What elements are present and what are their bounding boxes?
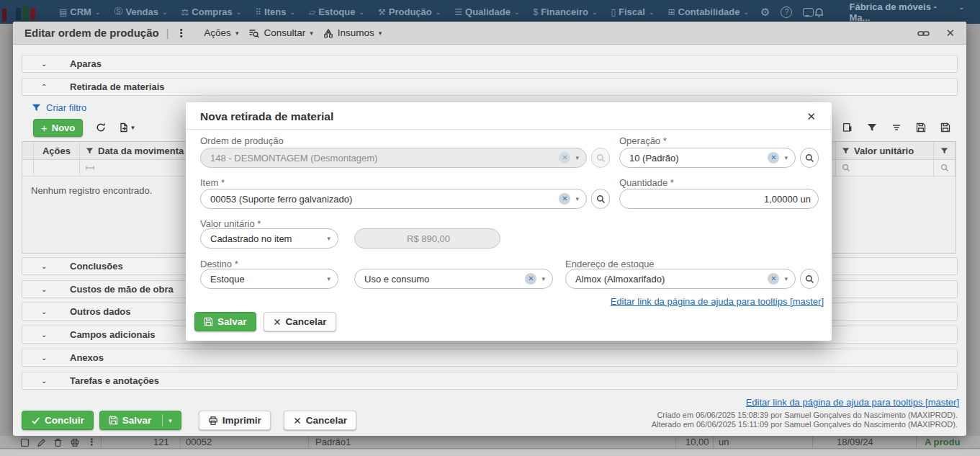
sales-icon: Ⓢ: [114, 6, 123, 18]
chevron-down-icon[interactable]: ▾: [541, 275, 545, 282]
chevron-down-icon[interactable]: ▾: [784, 275, 788, 282]
menu-crm[interactable]: ▤CRM⌄: [59, 6, 101, 17]
filter-rows-icon[interactable]: [891, 122, 902, 133]
concluir-button[interactable]: Concluir: [22, 411, 94, 430]
quantidade-label: Quantidade *: [619, 177, 674, 188]
destino-select[interactable]: Estoque ▾: [200, 269, 338, 289]
chevron-down-icon: ⌄: [743, 9, 749, 16]
search-icon: [805, 153, 814, 163]
section-tarefas-anotacoes[interactable]: ⌄ Tarefas e anotações: [22, 372, 958, 390]
header-acoes[interactable]: Ações: [34, 142, 80, 159]
section-retirada-de-materiais[interactable]: ⌃ Retirada de materiais: [22, 78, 958, 96]
operacao-search-button[interactable]: [800, 148, 819, 168]
notifications-bell-icon[interactable]: [814, 6, 824, 18]
consultar-menu-button[interactable]: Consultar▾: [248, 27, 313, 38]
header-valor-unitario[interactable]: Valor unitário: [836, 142, 934, 159]
background-table-row: ⋮ 121 00052 Padrão1 10,00 un 18/09/24 A …: [0, 436, 980, 449]
row-checkbox-icon[interactable]: [20, 437, 30, 447]
item-label: Item *: [200, 177, 225, 188]
account-label: Fábrica de móveis - Ma...: [849, 1, 953, 23]
new-record-button[interactable]: + Novo: [33, 119, 83, 137]
clear-x-icon[interactable]: ✕: [559, 152, 570, 164]
valor-unitario-input: R$ 890,00: [354, 228, 500, 249]
quantidade-input[interactable]: 1,00000 un: [619, 189, 819, 209]
column-chooser-icon[interactable]: [842, 122, 853, 133]
operacao-combo[interactable]: 10 (Padrão) ✕ ▾: [619, 148, 796, 168]
window-close-icon[interactable]: ✕: [945, 27, 955, 40]
imprimir-button[interactable]: Imprimir: [199, 411, 271, 430]
acoes-menu-button[interactable]: Ações▾: [204, 27, 238, 38]
item-search-button[interactable]: [591, 189, 610, 209]
chevron-down-icon: ▾: [379, 30, 382, 37]
chat-icon[interactable]: [803, 8, 814, 17]
more-dots-icon[interactable]: ⋮: [176, 27, 186, 40]
header-next-column[interactable]: [934, 142, 956, 159]
refresh-icon[interactable]: [96, 122, 106, 133]
insumos-menu-button[interactable]: Insumos▾: [323, 27, 382, 38]
clear-x-icon[interactable]: ✕: [768, 152, 779, 164]
chevron-down-icon: ⌄: [95, 9, 101, 16]
modal-cancelar-button[interactable]: Cancelar: [264, 312, 336, 331]
chevron-down-icon: ▾: [131, 124, 135, 131]
ordem-producao-combo: 148 - DESMONTAGEM (Desmontagem) ✕ ▾: [200, 148, 587, 168]
salvar-dropdown-caret[interactable]: ▾: [162, 414, 172, 426]
restore-layout-icon[interactable]: [940, 122, 950, 133]
section-anexos[interactable]: ⌄ Anexos: [22, 349, 958, 367]
copy-link-icon[interactable]: [917, 27, 930, 38]
menu-qualidade[interactable]: ☰Qualidade⌄: [454, 6, 519, 17]
section-aparas[interactable]: ⌄ Aparas: [22, 55, 958, 73]
modal-edit-help-link[interactable]: Editar link da página de ajuda para tool…: [611, 296, 824, 307]
horizontal-scrollbar[interactable]: [0, 449, 980, 456]
menu-estoque[interactable]: ▱Estoque⌄: [309, 6, 364, 17]
account-menu[interactable]: Fábrica de móveis - Ma... ⌄: [849, 1, 964, 23]
chevron-down-icon[interactable]: ▾: [327, 275, 331, 282]
search-icon: [596, 153, 606, 163]
clear-x-icon[interactable]: ✕: [559, 193, 570, 205]
save-layout-icon[interactable]: [916, 122, 926, 133]
chevron-down-icon: ⌄: [41, 60, 50, 68]
screen: ▤CRM⌄ ⓈVendas⌄ ⚖Compras⌄ ⠿Itens⌄ ▱Estoqu…: [0, 0, 980, 456]
purchases-icon: ⚖: [181, 7, 189, 17]
filter-valor-cell[interactable]: [836, 160, 934, 176]
finance-icon: $: [533, 7, 538, 17]
edit-pencil-icon[interactable]: [37, 437, 46, 447]
chevron-down-icon[interactable]: ▾: [327, 235, 331, 242]
menu-financeiro[interactable]: $Financeiro⌄: [533, 6, 597, 17]
help-icon[interactable]: ?: [781, 6, 792, 18]
menu-compras[interactable]: ⚖Compras⌄: [181, 6, 242, 17]
chevron-down-icon[interactable]: ▾: [784, 154, 788, 161]
menu-itens[interactable]: ⠿Itens⌄: [255, 6, 295, 17]
export-icon[interactable]: ▾: [119, 122, 135, 133]
chevron-down-icon: ⌄: [41, 262, 50, 270]
destino-tipo-combo[interactable]: Uso e consumo ✕ ▾: [354, 269, 553, 289]
filter-next-cell[interactable]: [934, 160, 956, 176]
gear-icon[interactable]: ⚙: [760, 6, 770, 19]
print-icon[interactable]: [70, 437, 80, 447]
chevron-down-icon[interactable]: ▾: [575, 195, 579, 202]
clear-x-icon[interactable]: ✕: [768, 273, 779, 285]
menu-contabilidade[interactable]: ⊞Contabilidade⌄: [667, 6, 749, 17]
endereco-search-button[interactable]: [800, 269, 819, 289]
menu-fiscal[interactable]: ▯Fiscal⌄: [611, 6, 654, 17]
created-info: Criado em 06/06/2025 15:08:39 por Samuel…: [652, 411, 958, 420]
valor-unitario-select[interactable]: Cadastrado no item ▾: [200, 228, 338, 249]
more-dots-icon[interactable]: ⋮: [87, 437, 96, 447]
filter-funnel-icon[interactable]: [867, 122, 877, 133]
cancelar-button[interactable]: Cancelar: [284, 411, 356, 430]
edit-help-link[interactable]: Editar link da página de ajuda para tool…: [746, 397, 959, 408]
ordem-producao-label: Ordem de produção: [200, 135, 284, 146]
chevron-down-icon[interactable]: ▾: [575, 154, 579, 161]
item-combo[interactable]: 00053 (Suporte ferro galvanizado) ✕ ▾: [200, 189, 587, 209]
grid-settings-toolbar: |: [825, 121, 950, 133]
salvar-split-button[interactable]: Salvar ▾: [99, 411, 181, 430]
chevron-down-icon: ⌄: [514, 9, 520, 16]
endereco-estoque-combo[interactable]: Almox (Almoxarifado) ✕ ▾: [565, 269, 796, 289]
create-filter-button[interactable]: Criar filtro: [32, 102, 86, 113]
menu-vendas[interactable]: ⓈVendas⌄: [114, 6, 168, 18]
clear-x-icon[interactable]: ✕: [525, 273, 536, 285]
menu-producao[interactable]: ⚒Produção⌄: [378, 6, 441, 17]
modal-close-icon[interactable]: ✕: [806, 110, 816, 123]
modal-salvar-button[interactable]: Salvar: [194, 312, 256, 331]
trash-icon[interactable]: [53, 437, 63, 447]
modal-title: Nova retirada de material: [200, 110, 333, 123]
